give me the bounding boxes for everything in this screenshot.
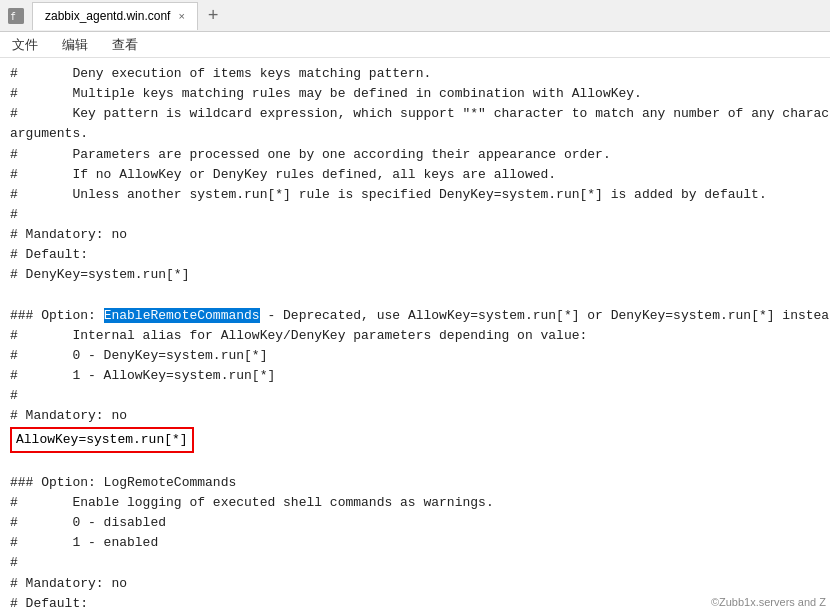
line-21: ### Option: LogRemoteCommands	[10, 475, 236, 490]
line-4: arguments.	[10, 126, 88, 141]
appearance-text: appearance	[478, 147, 556, 162]
line-13: ### Option: EnableRemoteCommands - Depre…	[10, 308, 830, 323]
wildcard-text: wildcard	[189, 106, 251, 121]
menu-view[interactable]: 查看	[108, 34, 142, 56]
watermark: ©Zubb1x.servers and Z	[711, 594, 826, 611]
new-tab-button[interactable]: +	[202, 6, 225, 26]
line-1: # Deny execution of items keys matching …	[10, 66, 431, 81]
line-15: # 0 - DenyKey=system.run[*]	[10, 348, 267, 363]
line-25: #	[10, 555, 18, 570]
line-14: # Internal alias for AllowKey/DenyKey pa…	[10, 328, 587, 343]
line-26: # Mandatory: no	[10, 576, 127, 591]
line-7: # Unless another system.run[*] rule is s…	[10, 187, 767, 202]
line-5: # Parameters are processed one by one ac…	[10, 147, 611, 162]
line-11: # DenyKey=system.run[*]	[10, 267, 189, 282]
enable-remote-commands-highlight: EnableRemoteCommands	[104, 308, 260, 323]
content-area: # Deny execution of items keys matching …	[0, 58, 830, 613]
line-24: # 1 - enabled	[10, 535, 158, 550]
line-8: #	[10, 207, 18, 222]
tab-container: zabbix_agentd.win.conf × +	[32, 2, 225, 30]
app-icon: f	[8, 8, 24, 24]
menu-bar: 文件 编辑 查看	[0, 32, 830, 58]
allowkey-line: AllowKey=system.run[*]	[10, 427, 194, 453]
line-3: # Key pattern is wildcard expression, wh…	[10, 106, 830, 121]
tab-close-button[interactable]: ×	[178, 10, 184, 22]
line-16: # 1 - AllowKey=system.run[*]	[10, 368, 275, 383]
line-6: # If no AllowKey or DenyKey rules define…	[10, 167, 556, 182]
line-10: # Default:	[10, 247, 88, 262]
line-22: # Enable logging of executed shell comma…	[10, 495, 494, 510]
menu-edit[interactable]: 编辑	[58, 34, 92, 56]
line-17: #	[10, 388, 18, 403]
menu-file[interactable]: 文件	[8, 34, 42, 56]
line-9: # Mandatory: no	[10, 227, 127, 242]
line-2: # Multiple keys matching rules may be de…	[10, 86, 642, 101]
code-content: # Deny execution of items keys matching …	[10, 64, 820, 613]
line-27: # Default:	[10, 596, 88, 611]
svg-text:f: f	[10, 11, 16, 22]
character-text: character	[494, 106, 564, 121]
tab-label: zabbix_agentd.win.conf	[45, 9, 170, 23]
line-18: # Mandatory: no	[10, 408, 127, 423]
title-bar: f zabbix_agentd.win.conf × +	[0, 0, 830, 32]
file-tab[interactable]: zabbix_agentd.win.conf ×	[32, 2, 198, 30]
line-23: # 0 - disabled	[10, 515, 166, 530]
